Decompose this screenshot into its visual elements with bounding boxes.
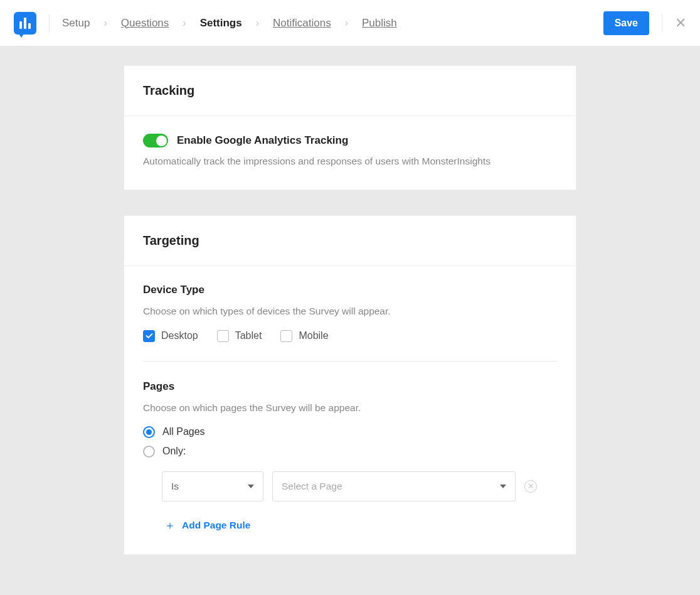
add-page-rule-button[interactable]: ＋ Add Page Rule bbox=[143, 518, 557, 533]
close-icon[interactable]: ✕ bbox=[675, 15, 686, 31]
device-checkbox-mobile[interactable]: Mobile bbox=[280, 330, 328, 342]
checkbox-label: Mobile bbox=[299, 330, 328, 341]
chevron-right-icon: › bbox=[256, 18, 259, 29]
breadcrumb-setup[interactable]: Setup bbox=[62, 17, 90, 29]
tracking-title: Tracking bbox=[143, 83, 557, 98]
breadcrumb-settings[interactable]: Settings bbox=[200, 17, 242, 29]
caret-down-icon bbox=[248, 485, 254, 488]
radio-label: All Pages bbox=[162, 426, 205, 437]
radio-icon bbox=[143, 446, 155, 458]
radio-icon bbox=[143, 426, 155, 438]
breadcrumb-notifications[interactable]: Notifications bbox=[273, 17, 331, 29]
checkbox-icon bbox=[217, 330, 229, 342]
divider bbox=[662, 14, 662, 32]
x-icon: ✕ bbox=[528, 481, 534, 491]
divider bbox=[143, 361, 557, 362]
targeting-title: Targeting bbox=[143, 233, 557, 248]
pages-help: Choose on which pages the Survey will be… bbox=[143, 400, 557, 415]
ga-tracking-toggle[interactable] bbox=[143, 134, 168, 147]
checkbox-icon bbox=[280, 330, 292, 342]
pages-radio-only[interactable]: Only: bbox=[143, 446, 557, 458]
select-value: Is bbox=[171, 481, 179, 492]
plus-icon: ＋ bbox=[164, 518, 176, 533]
app-logo[interactable] bbox=[14, 12, 36, 35]
tracking-help-text: Automatically track the impressions and … bbox=[143, 154, 557, 168]
device-type-help: Choose on which types of devices the Sur… bbox=[143, 304, 557, 318]
radio-label: Only: bbox=[162, 446, 186, 457]
save-button[interactable]: Save bbox=[603, 11, 649, 35]
breadcrumb: Setup › Questions › Settings › Notificat… bbox=[62, 17, 397, 29]
pages-title: Pages bbox=[143, 380, 557, 393]
checkbox-icon bbox=[143, 330, 155, 342]
page-rule-row: Is Select a Page ✕ bbox=[143, 471, 557, 501]
caret-down-icon bbox=[500, 485, 506, 488]
breadcrumb-questions[interactable]: Questions bbox=[121, 17, 169, 29]
breadcrumb-publish[interactable]: Publish bbox=[362, 17, 397, 29]
tracking-card: Tracking Enable Google Analytics Trackin… bbox=[124, 65, 576, 190]
divider bbox=[49, 14, 50, 32]
chevron-right-icon: › bbox=[345, 18, 348, 29]
checkbox-label: Desktop bbox=[161, 330, 198, 341]
targeting-card: Targeting Device Type Choose on which ty… bbox=[124, 215, 576, 555]
device-checkbox-tablet[interactable]: Tablet bbox=[217, 330, 262, 342]
rule-operator-select[interactable]: Is bbox=[162, 471, 263, 501]
checkbox-label: Tablet bbox=[235, 330, 262, 341]
add-rule-label: Add Page Rule bbox=[182, 520, 250, 531]
device-type-title: Device Type bbox=[143, 284, 557, 296]
device-checkbox-desktop[interactable]: Desktop bbox=[143, 330, 198, 342]
chevron-right-icon: › bbox=[183, 18, 186, 29]
chart-icon bbox=[19, 18, 31, 29]
remove-rule-button[interactable]: ✕ bbox=[524, 480, 537, 493]
rule-page-select[interactable]: Select a Page bbox=[272, 471, 516, 501]
pages-radio-all[interactable]: All Pages bbox=[143, 426, 557, 438]
app-header: Setup › Questions › Settings › Notificat… bbox=[0, 0, 700, 46]
select-placeholder: Select a Page bbox=[282, 481, 342, 492]
ga-tracking-label: Enable Google Analytics Tracking bbox=[177, 134, 348, 147]
chevron-right-icon: › bbox=[103, 18, 107, 29]
